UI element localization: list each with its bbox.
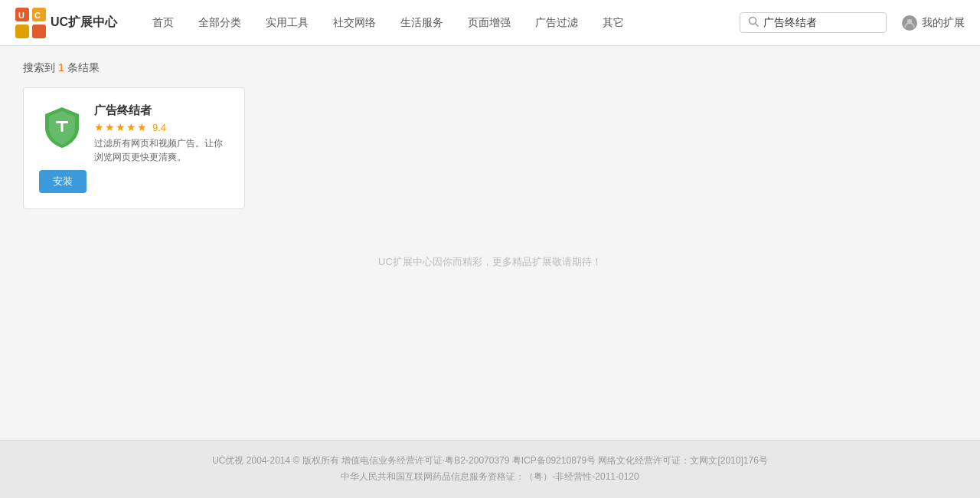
extension-card: 广告终结者 ★★★★★ 9.4 过滤所有网页和视频广告。让你浏览网页更快更清爽。… xyxy=(23,87,245,209)
nav-item-all-categories[interactable]: 全部分类 xyxy=(186,0,253,46)
promo-text: UC扩展中心因你而精彩，更多精品扩展敬请期待！ xyxy=(23,255,957,269)
search-result-count: 1 xyxy=(58,61,64,74)
nav-item-home[interactable]: 首页 xyxy=(140,0,186,46)
svg-text:U: U xyxy=(18,11,24,20)
search-icon xyxy=(748,16,759,29)
svg-line-7 xyxy=(756,24,759,27)
footer-line2: 中华人民共和国互联网药品信息服务资格证：（粤）-非经营性-2011-0120 xyxy=(15,469,965,486)
svg-text:C: C xyxy=(34,11,41,20)
logo-text: UC扩展中心 xyxy=(51,15,117,31)
extension-name: 广告终结者 xyxy=(94,103,229,118)
user-area[interactable]: 我的扩展 xyxy=(902,15,965,31)
nav-item-tools[interactable]: 实用工具 xyxy=(253,0,321,46)
rating-stars: ★★★★★ xyxy=(94,121,148,133)
search-input[interactable] xyxy=(763,17,878,29)
card-info: 广告终结者 ★★★★★ 9.4 过滤所有网页和视频广告。让你浏览网页更快更清爽。 xyxy=(94,103,229,164)
nav-item-page-enhance[interactable]: 页面增强 xyxy=(456,0,523,46)
rating-row: ★★★★★ 9.4 xyxy=(94,121,229,133)
user-icon xyxy=(902,15,917,31)
user-label: 我的扩展 xyxy=(922,16,965,30)
svg-rect-10 xyxy=(61,121,64,132)
extension-description: 过滤所有网页和视频广告。让你浏览网页更快更清爽。 xyxy=(94,136,229,164)
logo-icon: U C xyxy=(15,8,46,38)
search-result-prefix: 搜索到 xyxy=(23,61,55,74)
card-top: 广告终结者 ★★★★★ 9.4 过滤所有网页和视频广告。让你浏览网页更快更清爽。 xyxy=(39,103,229,164)
nav-item-others[interactable]: 其它 xyxy=(590,0,636,46)
nav-item-ad-filter[interactable]: 广告过滤 xyxy=(523,0,590,46)
header: U C UC扩展中心 首页 全部分类 实用工具 社交网络 生活服务 页面增强 广… xyxy=(0,0,980,46)
search-result-suffix: 条结果 xyxy=(67,61,100,74)
svg-rect-2 xyxy=(15,25,29,38)
search-result-info: 搜索到 1 条结果 xyxy=(23,61,957,75)
search-area xyxy=(740,12,887,33)
nav-item-life[interactable]: 生活服务 xyxy=(388,0,456,46)
nav: 首页 全部分类 实用工具 社交网络 生活服务 页面增强 广告过滤 其它 xyxy=(140,0,732,46)
rating-score: 9.4 xyxy=(152,122,166,133)
install-button[interactable]: 安装 xyxy=(39,170,87,193)
extension-icon xyxy=(39,103,85,149)
nav-item-social[interactable]: 社交网络 xyxy=(321,0,388,46)
search-box xyxy=(740,12,887,33)
logo-area[interactable]: U C UC扩展中心 xyxy=(15,8,117,38)
main-content: 搜索到 1 条结果 广告终结者 ★★★★★ 9.4 xyxy=(0,46,980,440)
svg-rect-3 xyxy=(32,25,46,38)
footer: UC优视 2004-2014 © 版权所有 增值电信业务经营许可证·粤B2-20… xyxy=(0,440,980,498)
footer-line1: UC优视 2004-2014 © 版权所有 增值电信业务经营许可证·粤B2-20… xyxy=(15,453,965,470)
